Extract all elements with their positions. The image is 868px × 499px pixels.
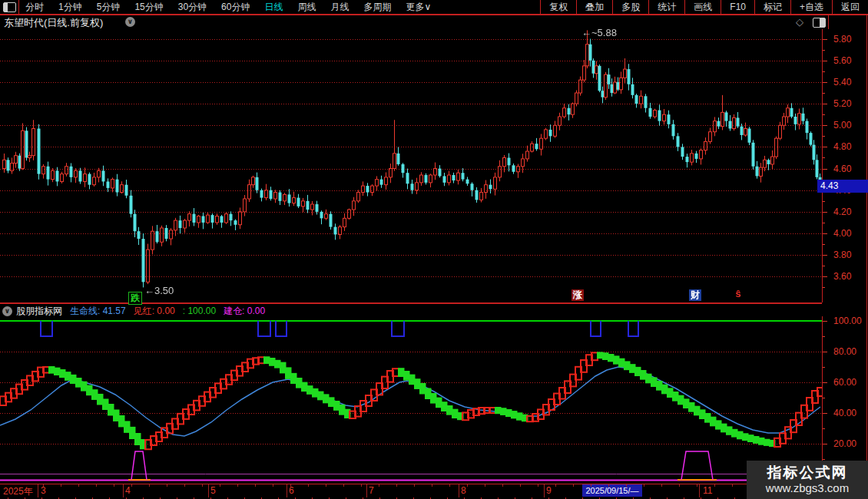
menu-item-多股[interactable]: 多股 xyxy=(612,0,648,14)
dollar-badge: ŝ xyxy=(732,288,744,299)
week-tick xyxy=(485,484,485,487)
menu-item-画线[interactable]: 画线 xyxy=(684,0,721,14)
week-tick xyxy=(220,484,220,487)
week-tick xyxy=(591,484,591,487)
menu-item-复权[interactable]: 复权 xyxy=(540,0,576,14)
price-minor-tick xyxy=(823,266,825,266)
menu-item-1分钟[interactable]: 1分钟 xyxy=(58,1,82,14)
title-dropdown-icon[interactable]: ∨ xyxy=(125,17,135,27)
indicator-chart[interactable] xyxy=(0,316,822,484)
week-tick xyxy=(538,484,538,487)
week-tick xyxy=(114,484,114,487)
week-tick xyxy=(520,484,521,487)
price-tick xyxy=(823,61,827,61)
week-tick xyxy=(573,484,574,487)
menu-item-30分钟[interactable]: 30分钟 xyxy=(178,1,207,14)
price-tick-label: 5.40 xyxy=(833,77,851,88)
indicator-tick xyxy=(823,352,827,352)
indicator-minor-tick xyxy=(823,367,825,368)
indicator-collapse-icon[interactable]: ∨ xyxy=(2,306,12,316)
week-tick xyxy=(414,484,415,487)
indicator-axis: 100.0080.0060.0040.0020.00 xyxy=(822,316,867,484)
layout-right-icon[interactable] xyxy=(813,18,826,28)
indicator-header: ∨ 股朋指标网 生命线: 41.57见红: 0.00: 100.00建仓: 0.… xyxy=(0,302,822,318)
menu-item-60分钟[interactable]: 60分钟 xyxy=(221,1,250,14)
price-minor-tick xyxy=(823,157,825,158)
week-tick xyxy=(379,484,379,487)
price-tick xyxy=(823,82,827,83)
indicator-tick-label: 40.00 xyxy=(833,408,856,418)
indicator-tick xyxy=(823,321,827,322)
month-label: 3 xyxy=(41,485,46,496)
menu-item-5分钟[interactable]: 5分钟 xyxy=(97,1,121,14)
week-tick xyxy=(237,484,238,487)
layout-left-icon xyxy=(3,2,16,12)
week-tick xyxy=(202,484,203,487)
menu-item-叠加[interactable]: 叠加 xyxy=(576,0,612,14)
indicator-tick-label: 20.00 xyxy=(833,438,856,449)
price-tick-label: 4.60 xyxy=(833,164,851,174)
week-tick xyxy=(608,484,609,487)
indicator-params: 生命线: 41.57见红: 0.00: 100.00建仓: 0.00 xyxy=(70,305,273,318)
price-tick xyxy=(823,212,827,213)
week-tick xyxy=(467,484,468,487)
price-axis: 5.805.605.405.205.004.804.604.404.204.00… xyxy=(822,29,867,302)
week-tick xyxy=(167,484,167,487)
menu-item-返回[interactable]: 返回 xyxy=(832,0,868,14)
menu-item-周线[interactable]: 周线 xyxy=(297,1,316,14)
price-tick-label: 4.80 xyxy=(833,141,851,152)
indicator-param: 生命线: 41.57 xyxy=(70,306,126,316)
price-tick-label: 5.60 xyxy=(833,55,851,66)
week-tick xyxy=(343,484,344,487)
fall-badge: 跌 xyxy=(128,292,142,305)
indicator-tick-label: 80.00 xyxy=(833,346,856,357)
price-tick xyxy=(823,39,827,40)
chart-title-bar: 东望时代(日线.前复权) ∨ ◇ xyxy=(0,15,866,29)
menu-item-更多∨[interactable]: 更多∨ xyxy=(406,1,431,14)
menu-item-分时[interactable]: 分时 xyxy=(25,1,44,14)
right-edge-line xyxy=(866,14,867,499)
diamond-icon[interactable]: ◇ xyxy=(796,16,803,28)
week-tick xyxy=(555,484,556,487)
week-tick xyxy=(502,484,503,487)
indicator-tick-label: 60.00 xyxy=(833,377,856,388)
menu-item-标记[interactable]: 标记 xyxy=(754,0,790,14)
price-minor-tick xyxy=(823,71,825,72)
indicator-minor-tick xyxy=(823,459,825,460)
week-tick xyxy=(661,484,662,487)
month-label: 9 xyxy=(546,485,552,496)
price-tick-label: 4.20 xyxy=(833,207,851,217)
month-divider xyxy=(366,484,367,497)
month-divider xyxy=(459,484,459,497)
price-tick xyxy=(823,169,827,170)
candlestick-chart[interactable] xyxy=(0,29,822,301)
week-tick xyxy=(184,484,185,487)
menu-item-+自选[interactable]: +自选 xyxy=(790,0,832,14)
menu-item-15分钟[interactable]: 15分钟 xyxy=(134,1,163,14)
menu-item-统计[interactable]: 统计 xyxy=(648,0,684,14)
price-tick xyxy=(823,125,827,126)
week-tick xyxy=(78,484,79,487)
price-minor-tick xyxy=(823,114,825,115)
week-tick xyxy=(308,484,309,487)
month-label: 7 xyxy=(369,485,374,496)
price-minor-tick xyxy=(823,93,825,94)
trading-app: 分时1分钟5分钟15分钟30分钟60分钟日线周线月线多周期更多∨ 复权叠加多股统… xyxy=(0,0,868,499)
week-tick xyxy=(396,484,397,487)
month-divider xyxy=(699,484,700,497)
current-price-tag: 4.43 xyxy=(817,180,868,193)
menu-item-多周期[interactable]: 多周期 xyxy=(363,1,391,14)
month-divider xyxy=(544,484,545,497)
indicator-param: 建仓: 0.00 xyxy=(224,306,265,316)
week-tick xyxy=(149,484,150,487)
layout-toggle-left[interactable] xyxy=(0,0,19,14)
menu-item-F10[interactable]: F10 xyxy=(721,0,754,14)
price-minor-tick xyxy=(823,201,825,202)
week-tick xyxy=(96,484,97,487)
menu-item-日线[interactable]: 日线 xyxy=(264,1,283,14)
price-tick xyxy=(823,255,827,256)
menu-item-月线[interactable]: 月线 xyxy=(330,1,349,14)
indicator-tick xyxy=(823,444,827,444)
month-label: 5 xyxy=(210,485,216,496)
week-tick xyxy=(679,484,680,487)
